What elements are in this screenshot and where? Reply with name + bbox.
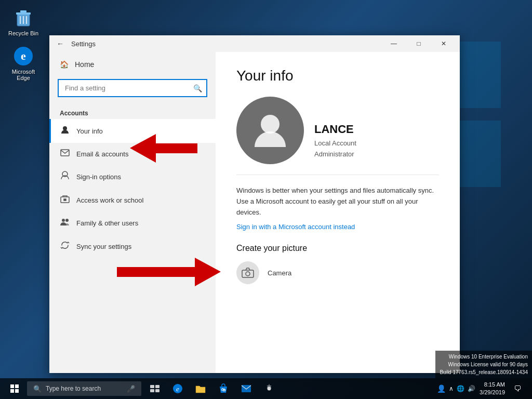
svg-rect-26 — [150, 389, 154, 392]
taskbar-settings[interactable] — [258, 378, 281, 399]
mic-icon: 🎤 — [127, 385, 135, 393]
desktop: Recycle Bin e Microsoft Edge — [0, 0, 532, 399]
svg-rect-1 — [16, 12, 31, 15]
svg-point-20 — [65, 219, 69, 222]
home-icon: 🏠 — [60, 60, 69, 69]
account-type: Local Account Administrator — [314, 138, 356, 160]
avatar-section: LANCE Local Account Administrator — [236, 97, 439, 164]
title-bar-left: ← Settings — [54, 38, 96, 49]
svg-rect-24 — [150, 385, 154, 388]
svg-point-19 — [62, 219, 65, 222]
tray-volume-icon[interactable]: 🔊 — [468, 385, 475, 392]
create-picture-title: Create your picture — [236, 244, 439, 253]
work-label: Access work or school — [76, 196, 143, 204]
search-box: 🔍 — [58, 79, 207, 97]
sidebar-item-signin[interactable]: Sign-in options — [49, 165, 216, 189]
work-icon — [60, 195, 70, 205]
svg-rect-15 — [61, 150, 69, 156]
sidebar-item-sync[interactable]: Sync your settings — [49, 234, 216, 258]
search-input[interactable] — [58, 79, 207, 97]
family-icon — [60, 218, 70, 228]
win-info-bar: Windows 10 Enterprise Evaluation Windows… — [435, 351, 532, 378]
family-label: Family & other users — [76, 219, 138, 227]
taskbar-clock[interactable]: 8:15 AM 3/29/2019 — [477, 381, 507, 397]
svg-point-21 — [261, 115, 280, 134]
tray-expand-icon[interactable]: ∧ — [449, 385, 454, 392]
recycle-bin-label: Recycle Bin — [8, 30, 38, 36]
your-info-label: Your info — [76, 127, 103, 135]
sync-message: Windows is better when your settings and… — [236, 185, 439, 218]
sidebar-section-title: Accounts — [49, 105, 216, 119]
email-icon — [60, 149, 70, 158]
page-title: Your info — [236, 68, 439, 84]
sidebar-home[interactable]: 🏠 Home — [49, 52, 216, 77]
search-icon: 🔍 — [193, 84, 202, 92]
main-content: Your info LANCE Local Account Administra… — [216, 52, 460, 373]
sidebar-item-family[interactable]: Family & other users — [49, 211, 216, 234]
sync-icon — [60, 241, 70, 252]
svg-text:e: e — [176, 385, 179, 393]
taskbar-apps: e 🛍 — [143, 378, 281, 399]
edge-label: Microsoft Edge — [7, 69, 39, 81]
minimize-button[interactable]: — — [382, 35, 406, 52]
camera-label: Camera — [268, 269, 291, 277]
home-label: Home — [75, 60, 94, 69]
taskbar: 🔍 Type here to search 🎤 e — [0, 378, 532, 399]
desktop-icons: Recycle Bin e Microsoft Edge — [5, 5, 42, 83]
taskbar-mail[interactable] — [235, 378, 258, 399]
email-label: Email & accounts — [76, 150, 128, 158]
user-name: LANCE — [314, 123, 356, 136]
svg-marker-13 — [117, 258, 221, 286]
title-bar-controls: — □ ✕ — [382, 35, 456, 52]
windows-logo — [10, 384, 19, 393]
task-view-button[interactable] — [143, 378, 166, 399]
your-info-icon — [60, 125, 70, 137]
taskbar-search[interactable]: 🔍 Type here to search 🎤 — [27, 381, 141, 396]
arrow-left — [130, 134, 197, 165]
settings-window: ← Settings — □ ✕ 🏠 Home 🔍 Ac — [49, 35, 460, 373]
svg-rect-18 — [64, 199, 66, 201]
arrow-right — [117, 258, 221, 288]
signin-icon — [60, 171, 70, 182]
svg-rect-27 — [155, 389, 159, 392]
taskbar-edge[interactable]: e — [166, 378, 189, 399]
svg-text:e: e — [21, 49, 26, 62]
camera-icon — [236, 261, 259, 284]
camera-item: Camera — [236, 261, 439, 284]
taskbar-search-icon: 🔍 — [33, 385, 42, 393]
user-info: LANCE Local Account Administrator — [314, 123, 356, 164]
window-title: Settings — [71, 40, 96, 48]
sidebar-item-work[interactable]: Access work or school — [49, 189, 216, 211]
svg-marker-12 — [130, 134, 197, 163]
svg-text:🛍: 🛍 — [221, 388, 225, 392]
svg-rect-25 — [155, 385, 159, 388]
title-bar: ← Settings — □ ✕ — [49, 35, 460, 52]
svg-point-14 — [63, 126, 67, 130]
signin-label: Sign-in options — [76, 173, 121, 181]
taskbar-search-text: Type here to search — [46, 385, 101, 392]
sync-label: Sync your settings — [76, 243, 131, 250]
edge-icon[interactable]: e Microsoft Edge — [5, 44, 42, 83]
back-button[interactable]: ← — [54, 38, 67, 49]
avatar — [236, 97, 304, 164]
taskbar-explorer[interactable] — [189, 378, 212, 399]
recycle-bin-icon[interactable]: Recycle Bin — [5, 5, 42, 38]
window-body: 🏠 Home 🔍 Accounts Your info — [49, 52, 460, 373]
sidebar: 🏠 Home 🔍 Accounts Your info — [49, 52, 216, 373]
svg-rect-2 — [20, 10, 26, 12]
divider — [236, 175, 439, 175]
svg-rect-31 — [242, 385, 251, 392]
start-button[interactable] — [2, 378, 27, 399]
tray-people-icon[interactable]: 👤 — [437, 384, 446, 393]
maximize-button[interactable]: □ — [407, 35, 431, 52]
tray-icons: 👤 ∧ 🌐 🔊 — [437, 384, 475, 393]
taskbar-tray: 👤 ∧ 🌐 🔊 8:15 AM 3/29/2019 🗨 — [433, 378, 530, 399]
close-button[interactable]: ✕ — [432, 35, 456, 52]
notification-button[interactable]: 🗨 — [509, 378, 526, 399]
svg-point-23 — [246, 272, 250, 276]
sign-in-link[interactable]: Sign in with a Microsoft account instead — [236, 223, 355, 231]
taskbar-store[interactable]: 🛍 — [212, 378, 235, 399]
svg-rect-22 — [242, 270, 254, 277]
tray-network-icon[interactable]: 🌐 — [457, 385, 464, 392]
